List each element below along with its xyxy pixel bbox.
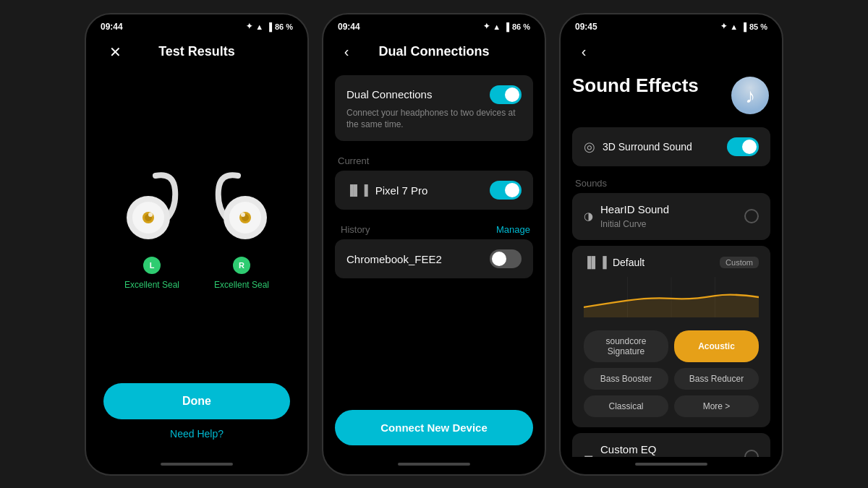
- back-button-2[interactable]: ‹: [335, 40, 358, 64]
- top-nav-3: ‹: [572, 35, 770, 75]
- surround-sound-card: ◎ 3D Surround Sound: [572, 127, 770, 166]
- eq-title: Default: [613, 257, 644, 268]
- connect-new-device-button[interactable]: Connect New Device: [335, 410, 533, 445]
- manage-link[interactable]: Manage: [496, 224, 530, 235]
- wifi-icon: ▲: [255, 22, 263, 31]
- top-nav-2: ‹ Dual Connections: [335, 35, 533, 75]
- hearid-row: ◑ HearID Sound Initial Curve: [584, 203, 759, 231]
- done-button[interactable]: Done: [103, 383, 290, 419]
- equalizer-card: ▐▌▐ Default Custom sou: [572, 246, 770, 427]
- preset-classical-btn[interactable]: Classical: [584, 395, 668, 417]
- custom-eq-icon: ⚌: [584, 450, 593, 456]
- custom-eq-text: Custom EQ Custom: [600, 443, 657, 456]
- status-time-1: 09:44: [101, 22, 123, 32]
- hearid-info: ◑ HearID Sound Initial Curve: [584, 203, 744, 231]
- right-earbud-image: [205, 168, 278, 248]
- svg-point-9: [241, 213, 245, 217]
- left-seal-label: Excellent Seal: [124, 280, 179, 290]
- phone-3: 09:45 ✦ ▲ ▐ 85 % ‹ Sound Effects: [559, 13, 783, 476]
- current-device-card: ▐▌▐ Pixel 7 Pro: [335, 171, 533, 210]
- signal-icon: ▐: [266, 22, 272, 31]
- phone-1: 09:44 ✦ ▲ ▐ 86 % ✕ Test Results: [85, 13, 309, 476]
- back-button-3[interactable]: ‹: [572, 40, 595, 64]
- phone2-content: Dual Connections Connect your headphones…: [323, 75, 545, 410]
- current-device-toggle[interactable]: [490, 181, 522, 200]
- sounds-section-label: Sounds: [572, 178, 770, 189]
- signal-icon-3: ▐: [741, 22, 746, 31]
- svg-point-4: [148, 213, 153, 217]
- current-device-row: ▐▌▐ Pixel 7 Pro: [346, 181, 522, 200]
- custom-eq-radio[interactable]: [744, 450, 759, 456]
- current-device-info: ▐▌▐ Pixel 7 Pro: [346, 184, 490, 197]
- eq-chart: [584, 275, 759, 319]
- preset-acoustic-btn[interactable]: Acoustic: [674, 330, 759, 362]
- dual-connections-row: Dual Connections: [346, 85, 522, 104]
- history-device-row: Chromebook_FEE2: [346, 249, 522, 268]
- eq-presets: soundcore Signature Acoustic Bass Booste…: [584, 330, 759, 417]
- battery-text-2: 86 %: [512, 22, 530, 31]
- right-seal-label: Excellent Seal: [214, 280, 269, 290]
- left-earbud-image: [116, 168, 188, 248]
- phone3-content: Sound Effects ♪ ◎ 3D Su: [561, 75, 782, 457]
- dual-connections-card: Dual Connections Connect your headphones…: [335, 75, 533, 142]
- custom-badge: Custom: [720, 257, 759, 268]
- bluetooth-icon-2: ✦: [483, 22, 490, 31]
- phone-2: 09:44 ✦ ▲ ▐ 86 % ‹ Dual Connections Dual…: [322, 13, 546, 476]
- surround-toggle[interactable]: [727, 137, 759, 156]
- current-section-label: Current: [335, 155, 533, 166]
- status-bar-3: 09:45 ✦ ▲ ▐ 85 %: [561, 14, 782, 35]
- device-signal-icon: ▐▌▐: [346, 184, 368, 196]
- signal-icon-2: ▐: [503, 22, 509, 31]
- preset-more-btn[interactable]: More >: [674, 395, 759, 417]
- status-bar-2: 09:44 ✦ ▲ ▐ 86 %: [323, 14, 545, 35]
- bottom-bar-3: [635, 463, 707, 466]
- preset-bass-booster-btn[interactable]: Bass Booster: [584, 368, 668, 390]
- custom-eq-label: Custom EQ: [600, 443, 657, 455]
- status-icons-1: ✦ ▲ ▐ 86 %: [246, 22, 293, 31]
- history-section-header: History Manage: [335, 224, 533, 235]
- battery-text-1: 86 %: [275, 22, 293, 31]
- dual-connections-toggle[interactable]: [490, 85, 522, 104]
- status-time-3: 09:45: [575, 22, 597, 32]
- hearid-label: HearID Sound: [600, 203, 669, 215]
- history-device-toggle[interactable]: [490, 249, 522, 268]
- right-badge: R: [233, 257, 250, 274]
- history-device-card: Chromebook_FEE2: [335, 239, 533, 278]
- hearid-card: ◑ HearID Sound Initial Curve: [572, 193, 770, 241]
- bluetooth-icon: ✦: [246, 22, 252, 31]
- history-device-name: Chromebook_FEE2: [346, 253, 442, 265]
- wifi-icon-3: ▲: [730, 22, 738, 31]
- custom-eq-card: ⚌ Custom EQ Custom: [572, 433, 770, 456]
- status-time-2: 09:44: [338, 22, 360, 32]
- preset-bass-reducer-btn[interactable]: Bass Reducer: [674, 368, 759, 390]
- bluetooth-icon-3: ✦: [720, 22, 727, 31]
- help-link[interactable]: Need Help?: [103, 428, 290, 440]
- battery-text-3: 85 %: [749, 22, 767, 31]
- left-earbud-item: L Excellent Seal: [116, 168, 188, 290]
- surround-label: 3D Surround Sound: [603, 141, 692, 153]
- status-icons-2: ✦ ▲ ▐ 86 %: [483, 22, 530, 31]
- preset-signature-btn[interactable]: soundcore Signature: [584, 330, 668, 362]
- hearid-text: HearID Sound Initial Curve: [600, 203, 669, 231]
- music-note-icon: ♪: [730, 75, 770, 116]
- sound-effects-header: Sound Effects ♪: [572, 75, 770, 116]
- status-icons-3: ✦ ▲ ▐ 85 %: [720, 22, 767, 31]
- close-button[interactable]: ✕: [103, 40, 127, 64]
- bottom-bar-1: [161, 463, 233, 466]
- top-nav-1: ✕ Test Results: [103, 35, 290, 75]
- custom-eq-info: ⚌ Custom EQ Custom: [584, 443, 744, 456]
- eq-icon: ▐▌▐: [584, 256, 607, 268]
- surround-left: ◎ 3D Surround Sound: [584, 139, 692, 155]
- wifi-icon-2: ▲: [493, 22, 501, 31]
- right-earbud-item: R Excellent Seal: [205, 168, 278, 290]
- hearid-sub: Initial Curve: [600, 218, 669, 231]
- eq-header: ▐▌▐ Default Custom: [584, 256, 759, 268]
- hearid-radio[interactable]: [744, 209, 759, 223]
- surround-icon: ◎: [584, 139, 595, 155]
- svg-text:♪: ♪: [745, 85, 755, 107]
- dual-connections-desc: Connect your headphones to two devices a…: [346, 107, 522, 132]
- eq-header-left: ▐▌▐ Default: [584, 256, 644, 268]
- left-badge: L: [143, 257, 161, 274]
- dual-connections-label: Dual Connections: [346, 88, 432, 100]
- bottom-bar-2: [398, 463, 470, 466]
